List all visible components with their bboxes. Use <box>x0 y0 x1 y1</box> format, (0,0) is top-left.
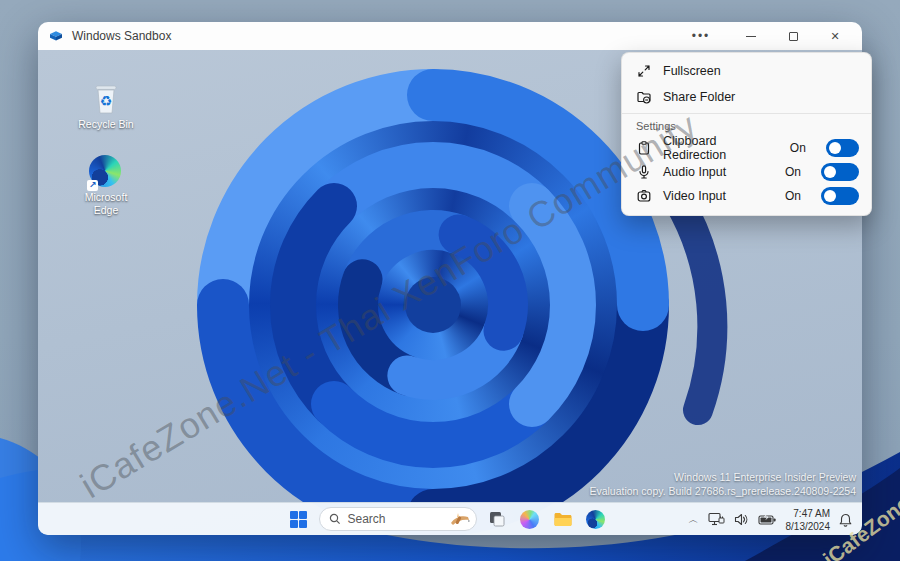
menu-item-fullscreen[interactable]: Fullscreen <box>622 58 871 84</box>
task-view-button[interactable] <box>484 506 510 532</box>
file-explorer-icon <box>553 511 573 528</box>
minimize-button[interactable] <box>730 23 772 49</box>
search-box[interactable]: Search <box>319 507 477 531</box>
setting-video-input: Video Input On <box>622 184 871 208</box>
sandbox-app-icon <box>48 28 64 44</box>
search-placeholder: Search <box>348 512 441 526</box>
hidden-icons-chevron[interactable]: ︿ <box>689 513 699 527</box>
close-button[interactable]: ✕ <box>814 23 856 49</box>
tray-clock[interactable]: 7:47 AM 8/13/2024 <box>786 507 831 533</box>
camera-icon <box>636 188 652 204</box>
start-button[interactable] <box>286 506 312 532</box>
clipboard-redirection-toggle[interactable] <box>826 139 859 157</box>
setting-state: On <box>785 189 801 203</box>
tray-date: 8/13/2024 <box>786 520 831 533</box>
desktop-icon-label: Microsoft Edge <box>74 191 138 217</box>
audio-input-toggle[interactable] <box>821 163 859 181</box>
setting-audio-input: Audio Input On <box>622 160 871 184</box>
search-highlight-pencil-icon <box>448 511 472 528</box>
fullscreen-icon <box>636 63 652 79</box>
setting-state: On <box>790 141 806 155</box>
maximize-button[interactable] <box>772 23 814 49</box>
system-tray: ︿ <box>689 503 853 535</box>
screenshot-stage: Windows Sandbox ••• ✕ <box>0 0 900 561</box>
network-icon[interactable] <box>708 512 725 527</box>
volume-icon[interactable] <box>734 513 749 526</box>
windows-build-watermark: Windows 11 Enterprise Insider Preview Ev… <box>589 470 856 498</box>
file-explorer-button[interactable] <box>550 506 576 532</box>
menu-item-label: Share Folder <box>663 90 735 104</box>
microphone-icon <box>636 164 652 180</box>
notification-bell-icon[interactable] <box>839 513 852 527</box>
battery-icon[interactable] <box>758 514 777 526</box>
menu-separator <box>622 113 871 114</box>
more-options-button[interactable]: ••• <box>680 23 722 49</box>
sandbox-options-flyout: Fullscreen Share Folder Settings Clipboa… <box>621 52 872 216</box>
setting-label: Audio Input <box>663 165 726 179</box>
task-view-icon <box>488 510 506 528</box>
tray-time: 7:47 AM <box>786 507 831 520</box>
svg-text:♻: ♻ <box>100 93 113 109</box>
clipboard-icon <box>636 140 652 156</box>
setting-label: Clipboard Redirection <box>663 134 768 162</box>
setting-state: On <box>785 165 801 179</box>
recycle-bin-icon: ♻ <box>89 82 123 116</box>
setting-label: Video Input <box>663 189 726 203</box>
edge-button[interactable] <box>583 506 609 532</box>
setting-clipboard-redirection: Clipboard Redirection On <box>622 136 871 160</box>
build-watermark-line1: Windows 11 Enterprise Insider Preview <box>589 470 856 484</box>
window-title: Windows Sandbox <box>72 29 171 43</box>
title-bar[interactable]: Windows Sandbox ••• ✕ <box>38 22 862 50</box>
desktop-icon-microsoft-edge[interactable]: ↗ Microsoft Edge <box>68 155 144 217</box>
start-icon <box>290 511 307 528</box>
taskbar: Search <box>38 502 862 535</box>
share-folder-icon <box>636 89 652 105</box>
build-watermark-line2: Evaluation copy. Build 27686.rs_prerelea… <box>589 484 856 498</box>
shortcut-arrow-icon: ↗ <box>87 180 98 191</box>
menu-item-share-folder[interactable]: Share Folder <box>622 84 871 110</box>
desktop-icon-recycle-bin[interactable]: ♻ Recycle Bin <box>68 82 144 131</box>
menu-item-label: Fullscreen <box>663 64 721 78</box>
taskbar-center: Search <box>286 506 609 532</box>
desktop-icon-label: Recycle Bin <box>68 118 144 131</box>
search-icon <box>329 513 341 525</box>
edge-icon <box>586 510 605 529</box>
copilot-icon <box>520 510 539 529</box>
video-input-toggle[interactable] <box>821 187 859 205</box>
copilot-button[interactable] <box>517 506 543 532</box>
